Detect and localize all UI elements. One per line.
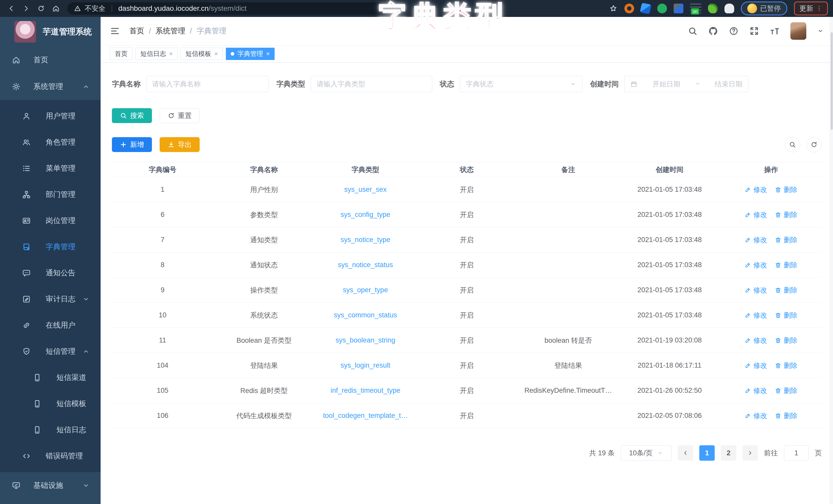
fullscreen-icon[interactable] (749, 26, 759, 36)
delete-link[interactable]: 删除 (775, 386, 797, 395)
delete-link[interactable]: 删除 (775, 285, 797, 295)
browser-reload-button[interactable] (35, 2, 47, 15)
delete-link[interactable]: 删除 (775, 361, 797, 370)
delete-link[interactable]: 删除 (775, 336, 797, 345)
refresh-table-button[interactable] (806, 137, 822, 152)
sidebar-item-sms-template[interactable]: 短信模板 (0, 391, 101, 417)
sidebar-item-dept-mgmt[interactable]: 部门管理 (0, 181, 101, 208)
edit-link[interactable]: 修改 (744, 285, 767, 295)
dict-type-link[interactable]: inf_redis_timeout_type (331, 386, 400, 394)
dict-name-input[interactable]: 请输入字典名称 (146, 76, 269, 92)
dict-type-link[interactable]: sys_login_result (340, 361, 390, 369)
next-page-button[interactable] (742, 445, 758, 461)
search-button[interactable]: 搜索 (112, 108, 152, 123)
close-icon[interactable]: × (266, 51, 270, 57)
status-select[interactable]: 字典状态 (460, 76, 582, 92)
chevron-down-icon[interactable] (817, 28, 824, 34)
sidebar-item-sms-mgmt[interactable]: 短信管理 (0, 338, 101, 364)
add-button[interactable]: 新增 (112, 137, 152, 152)
breadcrumb-home[interactable]: 首页 (129, 26, 144, 36)
sidebar-item-dict-mgmt[interactable]: 字典管理 (0, 234, 101, 260)
extension-icon[interactable] (657, 4, 667, 13)
extension-icon[interactable] (674, 4, 683, 13)
edit-link[interactable]: 修改 (744, 311, 767, 320)
sidebar-item-sms-log[interactable]: 短信日志 (0, 417, 101, 443)
url-path: /system/dict (209, 4, 246, 12)
toggle-search-button[interactable] (785, 137, 800, 152)
edit-link[interactable]: 修改 (744, 260, 767, 270)
sidebar-item-user-mgmt[interactable]: 用户管理 (0, 103, 101, 129)
search-icon[interactable] (688, 26, 697, 36)
prev-page-button[interactable] (678, 445, 693, 461)
paused-badge[interactable]: 已暂停 (741, 2, 787, 16)
edit-link[interactable]: 修改 (744, 185, 767, 194)
avatar[interactable] (790, 22, 806, 40)
browser-home-button[interactable] (50, 2, 62, 15)
dict-type-link[interactable]: tool_codegen_template_t… (323, 412, 408, 420)
app-logo-row[interactable]: 芋道管理系统 (0, 17, 101, 47)
tab-sms-template[interactable]: 短信模板 × (181, 48, 223, 60)
reset-button[interactable]: 重置 (160, 108, 200, 123)
hamburger-icon[interactable] (110, 26, 120, 36)
date-range-picker[interactable]: 开始日期 ~ 结束日期 (624, 76, 748, 92)
github-icon[interactable] (708, 26, 718, 36)
address-bar[interactable]: 不安全 dashboard.yudao.iocoder.cn/system/di… (67, 2, 396, 15)
sidebar-item-menu-mgmt[interactable]: 菜单管理 (0, 155, 101, 181)
dict-type-link[interactable]: sys_boolean_string (336, 336, 396, 344)
sidebar-item-audit-log[interactable]: 审计日志 (0, 286, 101, 312)
dict-type-link[interactable]: sys_oper_type (343, 286, 388, 294)
goto-page-input[interactable]: 1 (784, 445, 809, 461)
browser-menu-icon[interactable] (816, 5, 823, 12)
scrollbar[interactable] (830, 17, 833, 504)
delete-link[interactable]: 删除 (775, 185, 797, 194)
sidebar-item-role-mgmt[interactable]: 角色管理 (0, 129, 101, 155)
edit-link[interactable]: 修改 (744, 411, 767, 421)
export-button[interactable]: 导出 (160, 137, 200, 152)
sidebar-item-system-mgmt[interactable]: 系统管理 (0, 73, 101, 100)
sidebar-item-notice[interactable]: 通知公告 (0, 260, 101, 286)
edit-link[interactable]: 修改 (744, 210, 767, 220)
close-icon[interactable]: × (169, 51, 173, 57)
close-icon[interactable]: × (214, 51, 218, 57)
tab-home[interactable]: 首页 (110, 48, 133, 60)
edit-link[interactable]: 修改 (744, 336, 767, 345)
edit-link[interactable]: 修改 (744, 235, 767, 245)
bookmark-star-icon[interactable] (609, 4, 618, 13)
page-2-button[interactable]: 2 (721, 445, 736, 461)
dict-type-link[interactable]: sys_config_type (340, 211, 390, 219)
edit-link[interactable]: 修改 (744, 361, 767, 370)
delete-link[interactable]: 删除 (775, 260, 797, 270)
tab-sms-log[interactable]: 短信日志 × (136, 48, 177, 60)
extension-icon[interactable] (724, 4, 734, 13)
update-button[interactable]: 更新 (794, 2, 828, 16)
help-icon[interactable] (729, 26, 739, 36)
sidebar-item-home[interactable]: 首页 (0, 47, 101, 73)
tab-dict-mgmt[interactable]: 字典管理 × (226, 48, 275, 60)
extension-icon[interactable] (640, 3, 651, 14)
sidebar-item-post-mgmt[interactable]: 岗位管理 (0, 208, 101, 234)
extension-icon[interactable]: on (690, 3, 701, 14)
breadcrumb-section[interactable]: 系统管理 (156, 26, 185, 36)
browser-back-button[interactable] (5, 2, 18, 15)
delete-link[interactable]: 删除 (775, 210, 797, 220)
scrollbar-thumb[interactable] (831, 32, 833, 130)
delete-link[interactable]: 删除 (775, 311, 797, 320)
extension-icon[interactable] (624, 4, 634, 13)
sidebar-item-infrastructure[interactable]: 基础设施 (0, 472, 101, 499)
page-1-button[interactable]: 1 (699, 445, 715, 461)
delete-link[interactable]: 删除 (775, 411, 797, 421)
dict-type-link[interactable]: sys_user_sex (344, 185, 386, 193)
sidebar-item-online-users[interactable]: 在线用户 (0, 312, 101, 338)
delete-link[interactable]: 删除 (775, 235, 797, 245)
dict-type-link[interactable]: sys_notice_type (340, 236, 390, 244)
extension-icon[interactable] (708, 4, 718, 13)
dict-type-link[interactable]: sys_common_status (334, 311, 397, 319)
page-size-select[interactable]: 10条/页 (621, 445, 672, 461)
dict-type-link[interactable]: sys_notice_status (338, 261, 393, 269)
sidebar-item-error-code[interactable]: 错误码管理 (0, 443, 101, 469)
edit-link[interactable]: 修改 (744, 386, 767, 395)
font-size-icon[interactable] (770, 26, 780, 36)
browser-forward-button[interactable] (20, 2, 32, 15)
sidebar-item-sms-channel[interactable]: 短信渠道 (0, 364, 101, 391)
dict-type-input[interactable]: 请输入字典类型 (311, 76, 432, 92)
